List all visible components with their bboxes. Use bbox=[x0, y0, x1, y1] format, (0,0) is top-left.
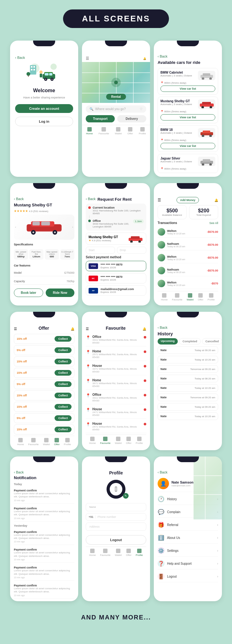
balance-row: $500 Available Balance $200 Total Expend bbox=[158, 205, 218, 219]
collect-btn-2[interactable]: Collect bbox=[55, 347, 72, 353]
favs-nav-offer[interactable]: Offer bbox=[126, 437, 132, 445]
collect-btn-5[interactable]: Collect bbox=[55, 381, 72, 387]
transport-buttons: Transport Delivery bbox=[86, 115, 146, 122]
notification-content: ‹ Back Notification Today Payment confir… bbox=[10, 462, 78, 601]
pn-fav[interactable]: Favourite bbox=[100, 549, 110, 557]
offer-9: 15% off Collect bbox=[14, 424, 74, 434]
end-date[interactable]: Drop bbox=[117, 247, 146, 254]
history-item-1: Nate Today at 09:20 am bbox=[158, 346, 218, 354]
next-arrow[interactable]: › bbox=[72, 226, 73, 229]
carlist-back[interactable]: ‹ Back bbox=[158, 54, 167, 58]
menu-settings[interactable]: ⚙️ Settings › bbox=[158, 545, 218, 557]
offers-nav-wallet[interactable]: Wallet bbox=[43, 438, 50, 446]
collect-btn-6[interactable]: Collect bbox=[55, 393, 72, 398]
rent-header: ‹ Back Request For Rent bbox=[86, 197, 146, 202]
profile-name-field[interactable]: Name bbox=[86, 503, 146, 511]
map-header: ☰ 🔔 bbox=[82, 49, 150, 62]
collect-btn-8[interactable]: Collect bbox=[55, 415, 72, 421]
profile-logout-button[interactable]: Logout bbox=[86, 535, 146, 545]
start-date[interactable]: Start bbox=[86, 247, 115, 254]
profile-avatar-wrap:  ✎ bbox=[86, 480, 146, 499]
pn-offer[interactable]: Offer bbox=[126, 549, 132, 557]
add-money-button[interactable]: Add Money bbox=[177, 197, 199, 203]
ride-now-button[interactable]: Ride Now bbox=[46, 288, 74, 297]
prev-arrow[interactable]: ‹ bbox=[15, 226, 16, 229]
offers-nav-profile[interactable]: Profile bbox=[64, 438, 71, 446]
map-pin bbox=[111, 78, 121, 87]
svg-rect-6 bbox=[33, 69, 35, 70]
wallet-nav-wallet[interactable]: Wallet bbox=[187, 293, 194, 301]
offers-nav-fav[interactable]: Favourite bbox=[28, 438, 38, 446]
nav-favourite[interactable]: Favourite bbox=[99, 127, 109, 135]
collect-btn-1[interactable]: Collect bbox=[55, 336, 72, 342]
pn-offer-icon bbox=[126, 549, 131, 553]
back-link[interactable]: ‹ Back bbox=[15, 56, 25, 59]
menu-referral[interactable]: 🎁 Referral › bbox=[158, 519, 218, 531]
search-bar[interactable]: 🔍 Where would you go? ♡ bbox=[86, 105, 146, 113]
menu-logout[interactable]: 🚪 Logout › bbox=[158, 571, 218, 582]
nav-home[interactable]: Home bbox=[86, 127, 93, 135]
view-car-3[interactable]: View car list bbox=[160, 143, 215, 149]
about-arrow: › bbox=[217, 536, 218, 540]
favs-nav-profile[interactable]: Profile bbox=[136, 437, 143, 445]
delivery-button[interactable]: Delivery bbox=[117, 115, 146, 122]
notch-4 bbox=[33, 183, 55, 189]
fav-2: 📍 Home 2571 Williamfield Rd, Santa Ana, … bbox=[86, 348, 146, 361]
nav-offer[interactable]: Offer bbox=[127, 127, 133, 135]
menu-help[interactable]: ❓ Help and Support › bbox=[158, 558, 218, 569]
notif-back[interactable]: ‹ Back bbox=[14, 470, 24, 474]
wallet-nav-offer[interactable]: Offer bbox=[198, 293, 204, 301]
offers-nav-offer[interactable]: Offer bbox=[54, 438, 60, 446]
wallet-nav-profile[interactable]: Profile bbox=[208, 293, 215, 301]
favs-nav-fav[interactable]: Favourite bbox=[100, 437, 110, 445]
see-all-link[interactable]: See All bbox=[209, 221, 218, 225]
profile-address-field[interactable]: Address bbox=[86, 523, 146, 531]
profile-content: Profile  ✎ Name +91 Phone number Addr bbox=[82, 462, 150, 561]
create-account-button[interactable]: Create an account bbox=[15, 104, 73, 113]
profile-menu-content: ‹ Back 👤 Nate Samson nate@email.com 🕐 bbox=[154, 462, 222, 585]
yesterday-section-label: Yesterday bbox=[14, 524, 74, 527]
nav-profile[interactable]: Profile bbox=[139, 127, 146, 135]
cardetail-back[interactable]: ‹ Back bbox=[14, 197, 24, 201]
pn-home[interactable]: Home bbox=[89, 549, 96, 557]
favs-nav-wallet[interactable]: Wallet bbox=[115, 437, 122, 445]
help-arrow: › bbox=[217, 562, 218, 565]
pn-profile[interactable]: Profile bbox=[136, 549, 143, 557]
collect-btn-7[interactable]: Collect bbox=[55, 404, 72, 410]
profile-edit-button[interactable]: ✎ bbox=[123, 493, 129, 499]
home-icon bbox=[162, 293, 166, 298]
payment-paypal[interactable]: PP mailaddress@gmail.com Expires 10/26 bbox=[86, 285, 146, 296]
transport-button[interactable]: Transport bbox=[86, 115, 115, 122]
wallet-nav-fav[interactable]: Favourite bbox=[172, 293, 182, 301]
offers-screen: ☰ Offer 🔔 15% off Collect 5% off Collect… bbox=[10, 312, 78, 450]
payment-visa[interactable]: VISA **** **** **** 8970 Expires 10/26 bbox=[86, 261, 146, 271]
rent-back[interactable]: ‹ Back bbox=[86, 197, 96, 201]
view-car-1[interactable]: View car list bbox=[160, 86, 215, 92]
pm-back[interactable]: ‹ Back bbox=[158, 470, 167, 474]
book-later-button[interactable]: Book later bbox=[14, 288, 43, 297]
offers-bell-icon: 🔔 bbox=[71, 327, 74, 331]
favs-nav-home[interactable]: Home bbox=[89, 437, 96, 445]
history-back[interactable]: ‹ Back bbox=[158, 326, 167, 329]
view-car-2[interactable]: View car list bbox=[160, 114, 215, 120]
tab-completed[interactable]: Completed bbox=[179, 338, 201, 344]
collect-btn-4[interactable]: Collect bbox=[55, 370, 72, 376]
carlist-screen: ‹ Back Available cars for ride BMW Cabri… bbox=[154, 41, 222, 177]
payment-mastercard[interactable]: MC **** **** **** 8970 Expires 10/26 bbox=[86, 273, 146, 283]
tx-5: Welton Today at 10:20 am -$570 bbox=[158, 278, 218, 289]
tab-cancelled[interactable]: Cancelled bbox=[202, 338, 222, 344]
payment-method-title: Select payment method bbox=[86, 255, 146, 259]
login-button[interactable]: Log in bbox=[15, 117, 73, 126]
today-section-label: Today bbox=[14, 483, 74, 486]
tab-upcoming[interactable]: Upcoming bbox=[158, 338, 178, 344]
favs-menu-icon: ☰ bbox=[86, 327, 89, 331]
nav-wallet[interactable]: Wallet bbox=[115, 127, 122, 135]
profile-phone-field[interactable]: +91 Phone number bbox=[86, 513, 146, 521]
collect-btn-3[interactable]: Collect bbox=[55, 359, 72, 364]
menu-about[interactable]: ℹ️ About Us › bbox=[158, 532, 218, 544]
collect-btn-9[interactable]: Collect bbox=[55, 427, 72, 432]
wallet-nav-home[interactable]: Home bbox=[161, 293, 168, 301]
rental-badge: Rental bbox=[106, 94, 126, 100]
pn-wallet[interactable]: Wallet bbox=[115, 549, 122, 557]
offers-nav-home[interactable]: Home bbox=[17, 438, 24, 446]
